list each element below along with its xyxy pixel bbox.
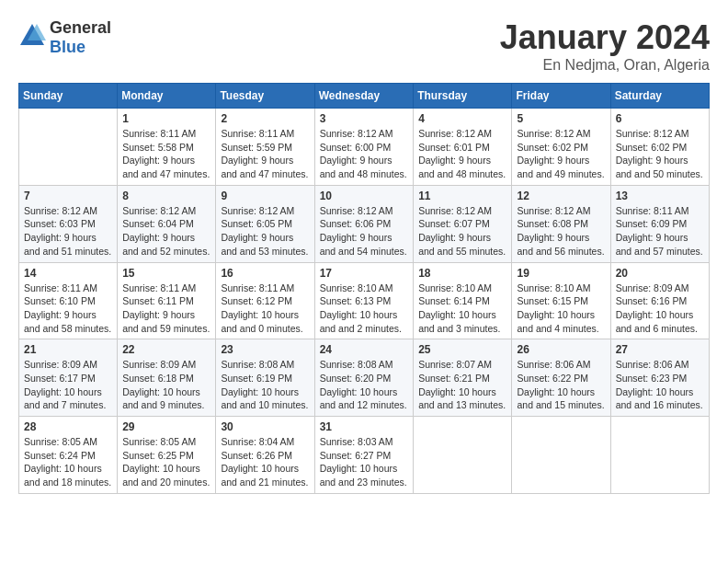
day-number: 28 [24, 420, 112, 433]
day-number: 2 [221, 112, 309, 125]
day-number: 31 [320, 420, 409, 433]
calendar-cell: 19Sunrise: 8:10 AMSunset: 6:15 PMDayligh… [512, 262, 610, 339]
day-info: Sunrise: 8:05 AMSunset: 6:25 PMDaylight:… [122, 435, 210, 489]
weekday-header-wednesday: Wednesday [314, 84, 414, 109]
logo-text: General Blue [50, 18, 111, 57]
weekday-header-tuesday: Tuesday [216, 84, 314, 109]
day-number: 17 [320, 267, 409, 280]
day-info: Sunrise: 8:08 AMSunset: 6:20 PMDaylight:… [320, 358, 409, 412]
day-info: Sunrise: 8:11 AMSunset: 6:12 PMDaylight:… [221, 282, 309, 336]
calendar-cell [19, 109, 118, 186]
day-number: 11 [418, 190, 506, 202]
day-number: 21 [24, 343, 112, 356]
calendar-week-3: 14Sunrise: 8:11 AMSunset: 6:10 PMDayligh… [19, 262, 710, 339]
calendar-cell: 15Sunrise: 8:11 AMSunset: 6:11 PMDayligh… [118, 262, 216, 339]
day-info: Sunrise: 8:12 AMSunset: 6:07 PMDaylight:… [418, 204, 506, 259]
calendar-cell: 2Sunrise: 8:11 AMSunset: 5:59 PMDaylight… [216, 109, 314, 186]
weekday-header-row: SundayMondayTuesdayWednesdayThursdayFrid… [19, 84, 710, 109]
day-number: 9 [221, 190, 309, 202]
calendar-cell: 10Sunrise: 8:12 AMSunset: 6:06 PMDayligh… [314, 185, 414, 262]
calendar-cell: 6Sunrise: 8:12 AMSunset: 6:02 PMDaylight… [610, 109, 709, 186]
location-title: En Nedjma, Oran, Algeria [500, 57, 710, 74]
logo-general: General [50, 18, 111, 37]
day-number: 1 [122, 112, 210, 125]
calendar-cell: 27Sunrise: 8:06 AMSunset: 6:23 PMDayligh… [610, 339, 709, 417]
calendar-week-2: 7Sunrise: 8:12 AMSunset: 6:03 PMDaylight… [19, 185, 710, 262]
day-number: 15 [122, 267, 210, 280]
day-number: 6 [616, 112, 704, 125]
day-number: 18 [418, 267, 506, 280]
day-info: Sunrise: 8:06 AMSunset: 6:22 PMDaylight:… [517, 358, 605, 412]
day-info: Sunrise: 8:12 AMSunset: 6:02 PMDaylight:… [517, 127, 605, 181]
calendar-cell [610, 417, 709, 494]
calendar-cell: 28Sunrise: 8:05 AMSunset: 6:24 PMDayligh… [19, 417, 118, 494]
day-info: Sunrise: 8:03 AMSunset: 6:27 PMDaylight:… [320, 435, 409, 489]
day-info: Sunrise: 8:11 AMSunset: 6:10 PMDaylight:… [24, 282, 112, 336]
day-info: Sunrise: 8:04 AMSunset: 6:26 PMDaylight:… [221, 435, 309, 489]
day-info: Sunrise: 8:10 AMSunset: 6:14 PMDaylight:… [418, 282, 506, 336]
day-number: 8 [122, 190, 210, 202]
day-number: 23 [221, 343, 309, 356]
weekday-header-sunday: Sunday [19, 84, 118, 109]
calendar-cell: 1Sunrise: 8:11 AMSunset: 5:58 PMDaylight… [118, 109, 216, 186]
calendar-cell: 5Sunrise: 8:12 AMSunset: 6:02 PMDaylight… [512, 109, 610, 186]
day-number: 10 [320, 190, 409, 202]
calendar-cell: 23Sunrise: 8:08 AMSunset: 6:19 PMDayligh… [216, 339, 314, 417]
calendar-table: SundayMondayTuesdayWednesdayThursdayFrid… [18, 83, 710, 494]
calendar-cell: 24Sunrise: 8:08 AMSunset: 6:20 PMDayligh… [314, 339, 414, 417]
day-info: Sunrise: 8:11 AMSunset: 5:59 PMDaylight:… [221, 127, 309, 181]
calendar-cell [414, 417, 512, 494]
day-number: 7 [24, 190, 112, 202]
day-number: 13 [616, 190, 704, 202]
day-info: Sunrise: 8:11 AMSunset: 5:58 PMDaylight:… [122, 127, 210, 181]
calendar-cell: 14Sunrise: 8:11 AMSunset: 6:10 PMDayligh… [19, 262, 118, 339]
calendar-cell: 9Sunrise: 8:12 AMSunset: 6:05 PMDaylight… [216, 185, 314, 262]
day-number: 26 [517, 343, 605, 356]
day-number: 14 [24, 267, 112, 280]
day-info: Sunrise: 8:12 AMSunset: 6:08 PMDaylight:… [517, 204, 605, 259]
calendar-cell: 8Sunrise: 8:12 AMSunset: 6:04 PMDaylight… [118, 185, 216, 262]
day-info: Sunrise: 8:09 AMSunset: 6:18 PMDaylight:… [122, 358, 210, 412]
logo-blue: Blue [50, 38, 85, 56]
month-title: January 2024 [500, 18, 710, 57]
title-area: January 2024 En Nedjma, Oran, Algeria [500, 18, 710, 74]
logo-icon [18, 22, 46, 53]
weekday-header-friday: Friday [512, 84, 610, 109]
day-number: 5 [517, 112, 605, 125]
weekday-header-monday: Monday [118, 84, 216, 109]
calendar-week-4: 21Sunrise: 8:09 AMSunset: 6:17 PMDayligh… [19, 339, 710, 417]
calendar-cell: 21Sunrise: 8:09 AMSunset: 6:17 PMDayligh… [19, 339, 118, 417]
day-info: Sunrise: 8:12 AMSunset: 6:00 PMDaylight:… [320, 127, 409, 181]
day-info: Sunrise: 8:11 AMSunset: 6:11 PMDaylight:… [122, 282, 210, 336]
day-number: 4 [418, 112, 506, 125]
calendar-cell: 30Sunrise: 8:04 AMSunset: 6:26 PMDayligh… [216, 417, 314, 494]
day-number: 12 [517, 190, 605, 202]
calendar-week-5: 28Sunrise: 8:05 AMSunset: 6:24 PMDayligh… [19, 417, 710, 494]
calendar-cell: 25Sunrise: 8:07 AMSunset: 6:21 PMDayligh… [414, 339, 512, 417]
day-number: 20 [616, 267, 704, 280]
logo: General Blue [18, 18, 111, 57]
calendar-cell: 26Sunrise: 8:06 AMSunset: 6:22 PMDayligh… [512, 339, 610, 417]
calendar-cell: 7Sunrise: 8:12 AMSunset: 6:03 PMDaylight… [19, 185, 118, 262]
day-info: Sunrise: 8:07 AMSunset: 6:21 PMDaylight:… [418, 358, 506, 412]
day-info: Sunrise: 8:09 AMSunset: 6:17 PMDaylight:… [24, 358, 112, 412]
calendar-cell: 3Sunrise: 8:12 AMSunset: 6:00 PMDaylight… [314, 109, 414, 186]
calendar-cell: 11Sunrise: 8:12 AMSunset: 6:07 PMDayligh… [414, 185, 512, 262]
day-info: Sunrise: 8:06 AMSunset: 6:23 PMDaylight:… [616, 358, 704, 412]
day-info: Sunrise: 8:12 AMSunset: 6:02 PMDaylight:… [616, 127, 704, 181]
day-info: Sunrise: 8:12 AMSunset: 6:06 PMDaylight:… [320, 204, 409, 259]
day-info: Sunrise: 8:10 AMSunset: 6:13 PMDaylight:… [320, 282, 409, 336]
calendar-cell: 29Sunrise: 8:05 AMSunset: 6:25 PMDayligh… [118, 417, 216, 494]
calendar-cell: 22Sunrise: 8:09 AMSunset: 6:18 PMDayligh… [118, 339, 216, 417]
calendar-week-1: 1Sunrise: 8:11 AMSunset: 5:58 PMDaylight… [19, 109, 710, 186]
weekday-header-thursday: Thursday [414, 84, 512, 109]
calendar-cell: 13Sunrise: 8:11 AMSunset: 6:09 PMDayligh… [610, 185, 709, 262]
day-number: 19 [517, 267, 605, 280]
calendar-cell: 12Sunrise: 8:12 AMSunset: 6:08 PMDayligh… [512, 185, 610, 262]
calendar-cell [512, 417, 610, 494]
calendar-cell: 4Sunrise: 8:12 AMSunset: 6:01 PMDaylight… [414, 109, 512, 186]
day-number: 24 [320, 343, 409, 356]
weekday-header-saturday: Saturday [610, 84, 709, 109]
day-info: Sunrise: 8:11 AMSunset: 6:09 PMDaylight:… [616, 204, 704, 259]
calendar-cell: 18Sunrise: 8:10 AMSunset: 6:14 PMDayligh… [414, 262, 512, 339]
